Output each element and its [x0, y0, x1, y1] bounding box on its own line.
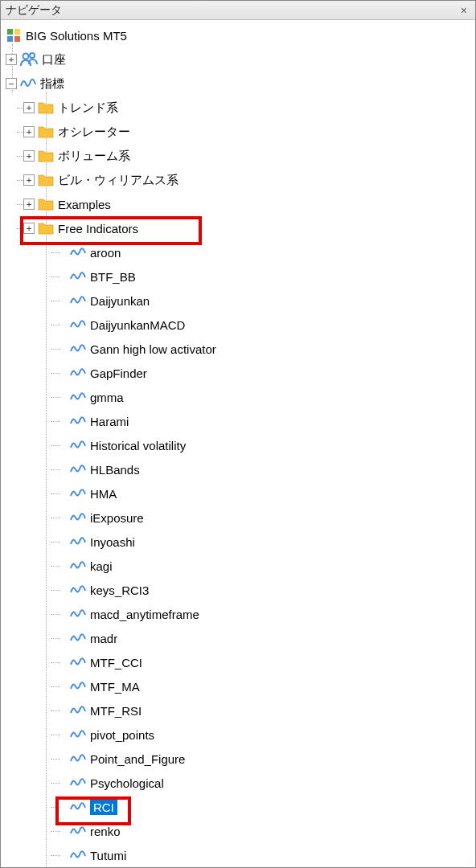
tree-item-label: 指標 [40, 76, 64, 92]
tree-item-label: macd_anytimeframe [90, 608, 199, 621]
tree-item-label: gmma [90, 391, 124, 404]
tree-indicator[interactable]: Psychological [6, 771, 475, 795]
folder-icon [38, 149, 54, 162]
tree-item-label: オシレーター [58, 125, 130, 140]
tree-indicator[interactable]: GapFinder [6, 361, 475, 385]
tree-item-label: Historical volatility [90, 439, 186, 452]
expand-icon[interactable]: + [6, 54, 17, 65]
tree-item-label: Inyoashi [90, 535, 135, 549]
folder-icon [38, 101, 54, 114]
accounts-icon [20, 51, 38, 68]
tree-indicator[interactable]: MTF_RSI [6, 698, 475, 723]
tree-indicator[interactable]: Daijyunkan [6, 289, 475, 313]
indicator-icon [70, 294, 86, 307]
tree-item-label: kagi [90, 559, 113, 573]
tree-item-label: MTF_MA [90, 680, 140, 694]
tree-indicator[interactable]: MTF_MA [6, 674, 475, 698]
tree-indicator[interactable]: macd_anytimeframe [6, 602, 475, 626]
indicator-icon [70, 800, 86, 813]
tree-item-label: madr [90, 632, 117, 645]
tree-item-label: GapFinder [90, 366, 147, 380]
indicator-icon [20, 76, 36, 91]
tree-indicator[interactable]: madr [6, 626, 475, 650]
tree-item-accounts[interactable]: + 口座 [6, 47, 475, 72]
indicator-icon [70, 318, 86, 331]
indicator-icon [70, 656, 86, 669]
tree-item-label: keys_RCI3 [90, 583, 149, 597]
tree-item-label: renko [90, 825, 121, 838]
indicator-icon [70, 366, 86, 379]
tree-indicator[interactable]: iExposure [6, 506, 475, 530]
indicator-icon [70, 680, 86, 693]
tree-item-label: iExposure [90, 511, 144, 525]
svg-rect-0 [7, 29, 13, 35]
tree-indicator[interactable]: HLBands [6, 457, 475, 481]
tree-indicator[interactable]: Historical volatility [6, 433, 475, 457]
indicator-icon [70, 776, 86, 789]
tree-item-label: ビル・ウィリアムス系 [58, 173, 178, 188]
expand-icon[interactable]: + [23, 150, 35, 162]
tree-indicator[interactable]: Point_and_Figure [6, 747, 475, 771]
close-icon[interactable]: × [458, 4, 470, 17]
tree-root[interactable]: BIG Solutions MT5 [6, 23, 475, 47]
tree-item-label: Tutumi [90, 849, 126, 862]
collapse-icon[interactable]: − [6, 78, 17, 89]
tree-indicator[interactable]: Tutumi [6, 843, 475, 867]
folder-icon [38, 222, 54, 235]
indicator-icon [70, 728, 86, 741]
tree-item-indicators[interactable]: − 指標 [6, 72, 475, 96]
tree-item-label: Point_and_Figure [90, 752, 185, 766]
tree-indicator[interactable]: pivot_points [6, 723, 475, 747]
tree-indicator[interactable]: Harami [6, 409, 475, 433]
tree-item-label: RCI [90, 800, 117, 815]
expand-icon[interactable]: + [23, 126, 35, 137]
navigator-tree: BIG Solutions MT5 + 口座 − 指標 +トレンド系+オシレータ… [1, 20, 475, 868]
tree-item-label: aroon [90, 246, 121, 260]
tree-indicator[interactable]: renko [6, 819, 475, 843]
tree-indicator[interactable]: kagi [6, 554, 475, 578]
indicator-icon [70, 342, 86, 355]
svg-rect-3 [14, 36, 20, 42]
svg-rect-1 [14, 29, 20, 35]
folder-icon [38, 198, 54, 211]
tree-root-label: BIG Solutions MT5 [26, 29, 127, 43]
tree-item-label: MTF_RSI [90, 704, 142, 718]
indicator-icon [70, 559, 86, 572]
tree-folder[interactable]: +Examples [6, 192, 475, 216]
tree-item-label: トレンド系 [58, 100, 118, 116]
tree-indicator[interactable]: gmma [6, 385, 475, 409]
tree-item-label: Free Indicators [58, 222, 138, 235]
tree-item-label: pivot_points [90, 728, 154, 742]
tree-item-label: Psychological [90, 776, 164, 790]
indicator-icon [70, 583, 86, 596]
expand-icon[interactable]: + [23, 102, 35, 113]
indicator-icon [70, 752, 86, 765]
panel-title: ナビゲータ [6, 3, 62, 18]
tree-indicator[interactable]: keys_RCI3 [6, 578, 475, 602]
indicator-icon [70, 246, 86, 259]
indicator-icon [70, 825, 86, 837]
tree-folder[interactable]: +Free Indicators [6, 216, 475, 240]
tree-indicator[interactable]: RCI [6, 795, 475, 819]
tree-indicator[interactable]: DaijyunkanMACD [6, 313, 475, 337]
tree-indicator[interactable]: aroon [6, 240, 475, 264]
tree-item-label: MTF_CCI [90, 656, 142, 669]
expand-icon[interactable]: + [23, 223, 35, 234]
expand-icon[interactable]: + [23, 199, 35, 210]
tree-indicator[interactable]: HMA [6, 481, 475, 506]
tree-item-label: DaijyunkanMACD [90, 318, 185, 332]
svg-point-4 [23, 54, 29, 59]
tree-folder[interactable]: +ボリューム系 [6, 144, 475, 168]
indicator-icon [70, 632, 86, 645]
tree-folder[interactable]: +オシレーター [6, 120, 475, 144]
svg-point-5 [30, 53, 35, 58]
tree-item-label: Harami [90, 415, 129, 428]
tree-folder[interactable]: +ビル・ウィリアムス系 [6, 168, 475, 192]
tree-indicator[interactable]: Inyoashi [6, 530, 475, 554]
tree-indicator[interactable]: Gann high low activator [6, 337, 475, 361]
tree-folder[interactable]: +トレンド系 [6, 96, 475, 120]
expand-icon[interactable]: + [23, 174, 35, 186]
app-icon [6, 27, 22, 43]
tree-indicator[interactable]: MTF_CCI [6, 650, 475, 674]
tree-indicator[interactable]: BTF_BB [6, 264, 475, 289]
